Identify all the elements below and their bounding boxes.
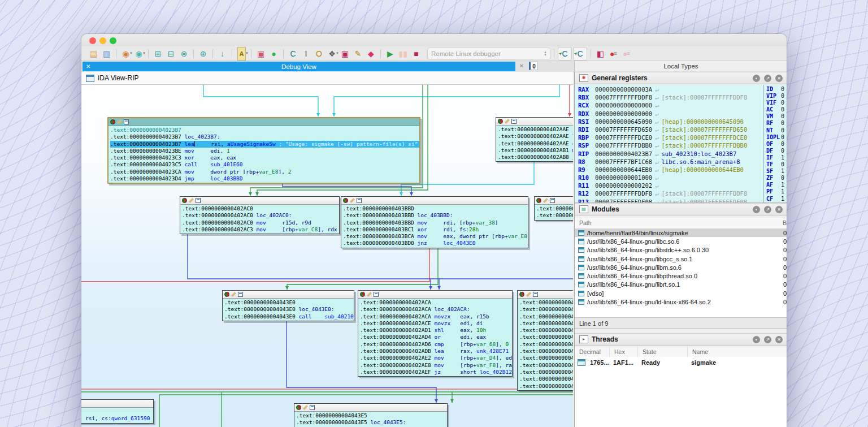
disasm-line[interactable]: .text:00000000004043E0 call sub_402100 [224,313,354,320]
block-loc_403BBD[interactable]: .text:0000000000403BBD.text:000000000040… [341,196,528,248]
stop-process-icon[interactable]: ■ [410,48,423,60]
disasm-line[interactable]: .text:0000000000402AC3 mov [rbp+var_C8],… [182,226,339,233]
register-row-r12[interactable]: R1200007FFFFFFFDDF8↵[stack]:00007FFFFFFF… [575,189,763,197]
threads-close-button[interactable]: ✕ [775,336,783,343]
flag-row-tf[interactable]: TF0 [764,161,787,168]
disasm-line[interactable]: .text:00000000004023B7 lea rsi, aUsageSi… [110,141,419,148]
registers-float-button[interactable]: ↗ [764,75,771,82]
block-header[interactable] [81,400,153,408]
flag-row-iopl[interactable]: IOPL0 [764,134,787,141]
flag-row-rf[interactable]: RF0 [764,120,787,127]
block-header[interactable] [108,118,419,126]
text-view-icon[interactable]: ⊟ [164,48,177,60]
disasm-line[interactable]: .text:00000000004023BE mov edi, 1 [110,148,419,154]
block-header[interactable] [496,118,573,126]
patch-icon[interactable]: ✎ [351,48,364,60]
debug-window-icon[interactable]: ▣ [338,48,351,60]
flag-row-sf[interactable]: SF1 [764,168,787,175]
module-row[interactable]: /usr/lib/x86_64-linux-gnu/libgcc_s.so.10 [575,255,787,263]
watches-icon[interactable]: ●≣ [620,48,633,60]
disasm-line[interactable]: .text:00000000004 [519,355,573,361]
registers-content[interactable]: RAX000000000000003A↵RBX00007FFFFFFFDDF8↵… [575,85,787,203]
disasm-line[interactable]: .text:00000000004 [519,362,573,369]
flag-row-ac[interactable]: AC0 [764,106,787,113]
windows-icon[interactable]: ❖▼ [326,48,338,60]
module-row[interactable]: /home/henri/flair84/bin/linux/sigmake0 [575,228,787,237]
disasm-line[interactable]: .text:00000000004023CA mov dword ptr [rb… [110,169,419,175]
disasm-line[interactable]: .text:00000000004043E5 [296,412,447,419]
flag-row-vif[interactable]: VIF0 [764,100,787,106]
chart-icon[interactable] [374,292,379,297]
register-row-rcx[interactable]: RCX0000000000000000↵ [575,101,763,109]
colors-icon[interactable]: A▼ [235,48,248,60]
register-row-r8[interactable]: R800007FFFF7BF1C68↵libc.so.6:main_arena+… [575,158,763,166]
block-header[interactable] [223,291,354,299]
edit-icon[interactable] [117,119,122,124]
block-clipped-right-1[interactable]: .text:00000000.text:00000000 [534,196,573,221]
flag-row-if[interactable]: IF1 [764,154,787,161]
breakpoint-icon[interactable] [224,292,229,297]
graph-overview-toggle[interactable]: 0 [529,62,538,70]
disasm-line[interactable]: .text:00000000004023C5 call sub_401E60 [110,161,419,168]
disasm-line[interactable]: .text:0000000000402AEF jz short loc_402B… [360,369,512,376]
register-row-rdi[interactable]: RDI00007FFFFFFFD650↵[stack]:00007FFFFFFF… [575,126,763,133]
breakpoint-icon[interactable] [498,119,503,124]
zoom-traffic-light[interactable] [110,37,116,44]
disasm-line[interactable]: .text:00000000004 [519,376,573,382]
disasm-line[interactable]: .text:0000000000402ACA movzx eax, r15b [360,313,512,320]
window-titlebar[interactable] [81,34,787,46]
breakpoint-icon[interactable] [296,405,301,410]
threads-panel-header[interactable]: ▸ Threads ▪↗✕ [575,333,787,346]
disasm-line[interactable]: .text:0000000000402AD4 or edi, eax [360,334,512,340]
edit-icon[interactable] [350,198,355,203]
disasm-line[interactable]: .text:0000000000402AB1 m [498,147,573,154]
chart-icon[interactable] [196,198,201,203]
disasm-line[interactable]: .text:00000000004 [519,299,573,306]
block-loc_4043E5[interactable]: .text:00000000004043E5.text:000000000040… [294,403,448,427]
block-header[interactable] [518,291,573,299]
edit-icon[interactable] [543,198,548,203]
save-icon[interactable]: ▥ [100,48,113,60]
til-icon[interactable]: O [313,48,326,60]
disasm-line[interactable]: .text:00000000004 [519,334,573,340]
disasm-line[interactable]: .text:0000000000403BBD loc_403BBD: [343,212,528,219]
register-row-rax[interactable]: RAX000000000000003A↵ [575,85,763,93]
disasm-line[interactable]: .text:00000000004 [519,313,573,320]
snapshot-icon[interactable]: ▣ [254,48,267,60]
block-clipped-right-2[interactable]: .text:00000000004.text:00000000004.text:… [517,290,573,391]
disasm-line[interactable]: .text:0000000000402AC0 mov r15d, r9d [182,219,339,226]
breakpoint-icon[interactable] [110,119,115,124]
flag-row-vip[interactable]: VIP0 [764,93,787,100]
modules-dock-button[interactable]: ▪ [753,206,760,213]
flag-row-of[interactable]: OF0 [764,141,787,148]
module-row[interactable]: /usr/lib/x86_64-linux-gnu/libpthread.so.… [575,271,787,280]
disasm-line[interactable]: .text:00000000004 [519,369,573,376]
disasm-line[interactable]: .text:00000000004 [519,383,573,390]
module-row[interactable]: /usr/lib/x86_64-linux-gnu/ld-linux-x86-6… [575,297,787,306]
module-row[interactable]: [vdso]0 [575,289,787,297]
disasm-line[interactable]: .text:00000000004 [519,306,573,313]
disasm-line[interactable]: .text:00000000004023B7 [110,127,419,133]
tab-debug-view[interactable]: ✕ Debug View [83,62,515,71]
chart-icon[interactable] [357,198,362,203]
register-row-r13[interactable]: R1300007FFFFFFFDF08↵[stack]:00007FFFFFFF… [575,198,763,203]
register-row-rbp[interactable]: RBP00007FFFFFFFDCE0↵[stack]:00007FFFFFFF… [575,133,763,141]
graph-view[interactable]: .text:00000000004023B7.text:000000000040… [81,85,573,427]
disasm-line[interactable]: .text:00000000004023D4 jmp loc_403BBD [110,175,419,182]
tab-close-icon[interactable]: ✕ [86,63,90,70]
navigate-forward-icon[interactable]: ◉▼ [132,48,145,60]
disasm-line[interactable]: rsi, cs:qword_631590 [81,415,153,422]
disasm-line[interactable]: .text:00000000004043E0 [224,299,354,306]
disasm-line[interactable]: .text:0000000000402AD6 cmp [rbp+var_68],… [360,341,512,348]
flag-row-vm[interactable]: VM0 [764,113,787,120]
edit-icon[interactable] [303,405,308,410]
jump-down-icon[interactable]: ↓ [216,48,229,60]
register-row-rsi[interactable]: RSI0000000000645090↵[heap]:0000000000645… [575,118,763,126]
register-row-rsp[interactable]: RSP00007FFFFFFFDBB0↵[stack]:00007FFFFFFF… [575,141,763,149]
block-loc_4043E0[interactable]: .text:00000000004043E0.text:000000000040… [222,290,354,321]
disasm-line[interactable]: .text:0000000000403BC1 xor rdi, fs:28h [343,226,528,233]
enums-icon[interactable]: I [300,48,313,60]
disasm-line[interactable]: .text:00000000004 [519,341,573,348]
chart-icon[interactable] [550,198,555,203]
chart-icon[interactable] [533,292,538,297]
